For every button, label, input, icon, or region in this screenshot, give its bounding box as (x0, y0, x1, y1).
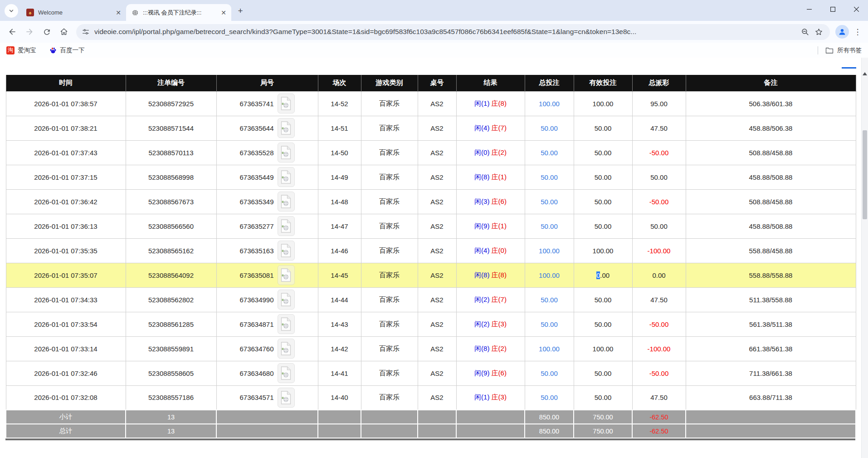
total-bet-link[interactable]: 50.00 (541, 124, 558, 132)
taobao-icon: 淘 (6, 46, 15, 54)
bookmark-aitaobao[interactable]: 淘 爱淘宝 (6, 46, 36, 54)
bet-id-cell: 523088572925 (126, 91, 216, 116)
total-bet-link[interactable]: 50.00 (541, 222, 558, 230)
summary-empty-session (318, 410, 361, 424)
round-wrap: 673635528 (217, 143, 318, 163)
site-settings-icon[interactable] (82, 28, 90, 36)
close-window-button[interactable] (844, 0, 868, 18)
video-record-button[interactable] (278, 265, 295, 285)
video-record-button[interactable] (278, 94, 295, 113)
bookmark-baidu[interactable]: 百度一下 (49, 46, 85, 54)
video-record-button[interactable] (278, 363, 295, 383)
video-record-button[interactable] (278, 290, 295, 310)
all-bookmarks-button[interactable]: 所有书签 (825, 46, 862, 54)
total-bet-link[interactable]: 100.00 (539, 247, 560, 255)
valid-bet-cell: 50.00 (574, 165, 632, 189)
banker-result: 庄(7) (492, 124, 507, 132)
summary-empty-table (418, 424, 456, 438)
video-record-button[interactable] (278, 216, 295, 236)
table-row: 2026-01-01 07:38:21523088571544673635644… (6, 116, 856, 140)
game-type-cell: 百家乐 (361, 238, 418, 263)
home-button[interactable] (55, 23, 73, 40)
new-tab-button[interactable]: + (234, 5, 247, 17)
remark-cell: 458.88/508.88 (686, 214, 856, 238)
reload-icon (43, 28, 51, 36)
game-type-cell: 百家乐 (361, 91, 418, 116)
table-row: 2026-01-01 07:36:42523088567673673635349… (6, 189, 856, 214)
game-type-cell: 百家乐 (361, 287, 418, 312)
table-row: 2026-01-01 07:36:13523088566560673635277… (6, 214, 856, 238)
back-arrow-icon (8, 27, 17, 36)
summary-empty-remark (686, 410, 856, 424)
close-icon[interactable]: ✕ (114, 9, 122, 17)
tab-strip: ♠ Welcome ✕ :::视讯 会员下注纪录::: ✕ + (0, 0, 868, 21)
player-result: 闲(4) (474, 124, 489, 132)
scrollbar-up-arrow-icon[interactable] (863, 72, 867, 75)
total-bet-cell: 50.00 (525, 312, 574, 336)
remark-cell: 711.38/661.38 (686, 361, 856, 385)
video-record-button[interactable] (278, 143, 295, 163)
reload-button[interactable] (38, 23, 55, 40)
round-wrap: 673634760 (217, 339, 318, 359)
total-bet-link[interactable]: 100.00 (539, 100, 560, 108)
close-icon[interactable]: ✕ (219, 9, 228, 17)
video-record-button[interactable] (278, 241, 295, 261)
game-type-cell: 百家乐 (361, 214, 418, 238)
result-cell: 闲(2) 庄(3) (456, 312, 525, 336)
video-record-button[interactable] (278, 388, 295, 408)
total-bet-cell: 100.00 (525, 238, 574, 263)
address-bar[interactable]: videoie.com/ipl/portal.php/game/betrecor… (76, 24, 830, 40)
game-type-cell: 百家乐 (361, 263, 418, 287)
round-number: 673634571 (239, 394, 273, 401)
valid-bet-cell: 100.00 (574, 238, 632, 263)
total-bet-link[interactable]: 50.00 (541, 320, 558, 328)
game-type-cell: 百家乐 (361, 116, 418, 140)
video-record-icon (280, 342, 292, 355)
selected-text: 0 (596, 271, 600, 279)
total-bet-link[interactable]: 50.00 (541, 296, 558, 304)
browser-menu-button[interactable]: ⋮ (851, 25, 864, 39)
time-cell: 2026-01-01 07:34:33 (6, 287, 126, 312)
back-button[interactable] (4, 23, 21, 40)
table-row: 2026-01-01 07:32:46523088558605673634680… (6, 361, 856, 385)
total-bet-link[interactable]: 100.00 (539, 271, 560, 279)
total-bet-link[interactable]: 100.00 (539, 345, 560, 353)
video-record-button[interactable] (278, 192, 295, 212)
summary-total-bet: 850.00 (525, 424, 574, 438)
player-result: 闲(4) (474, 246, 489, 254)
session-cell: 14-50 (318, 140, 361, 165)
maximize-button[interactable] (821, 0, 844, 18)
video-record-button[interactable] (278, 314, 295, 334)
total-bet-link[interactable]: 50.00 (541, 369, 558, 377)
bookmark-star-button[interactable] (812, 25, 825, 39)
profile-avatar[interactable] (835, 25, 849, 39)
total-bet-link[interactable]: 50.00 (541, 149, 558, 157)
video-record-button[interactable] (278, 339, 295, 359)
column-header: 游戏类别 (361, 75, 418, 91)
video-record-button[interactable] (278, 167, 295, 187)
folder-icon (825, 47, 834, 54)
table-bottom-edge (5, 438, 855, 440)
star-icon (814, 28, 823, 36)
game-type-cell: 百家乐 (361, 312, 418, 336)
payout-cell: -50.00 (632, 361, 686, 385)
total-bet-link[interactable]: 50.00 (541, 394, 558, 401)
video-record-button[interactable] (278, 118, 295, 138)
total-bet-link[interactable]: 50.00 (541, 198, 558, 206)
scrollbar-thumb[interactable] (863, 130, 867, 219)
valid-bet-cell: 50.00 (574, 361, 632, 385)
minimize-button[interactable] (797, 0, 821, 18)
table-no-cell: AS2 (418, 116, 456, 140)
zoom-out-page-button[interactable] (798, 25, 812, 39)
payout-cell: 47.50 (632, 116, 686, 140)
forward-button[interactable] (21, 23, 38, 40)
total-bet-link[interactable]: 50.00 (541, 173, 558, 181)
payout-cell: 47.50 (632, 287, 686, 312)
valid-bet-cell: 100.00 (574, 336, 632, 361)
page-scrollbar[interactable] (861, 58, 868, 458)
remark-cell: 661.38/561.38 (686, 336, 856, 361)
tab-search-button[interactable] (5, 4, 18, 18)
video-record-icon (280, 146, 292, 159)
tab-welcome[interactable]: ♠ Welcome ✕ (21, 4, 126, 21)
tab-bet-record[interactable]: :::视讯 会员下注纪录::: ✕ (126, 4, 231, 21)
